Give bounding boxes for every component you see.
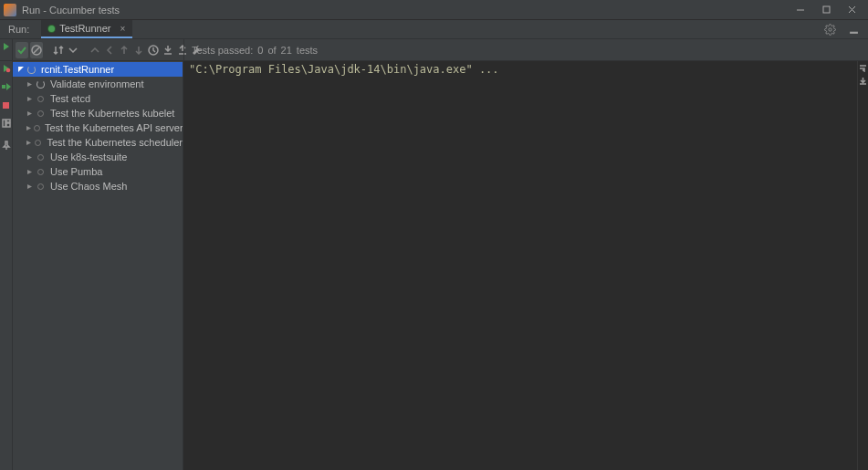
history-icon[interactable]: [147, 42, 160, 58]
expand-arrow-icon[interactable]: [26, 110, 34, 118]
run-bar: Run: TestRunner ×: [0, 20, 868, 39]
prev-button[interactable]: [103, 42, 116, 58]
soft-wrap-icon[interactable]: [859, 63, 867, 71]
pending-status-icon: [36, 94, 46, 104]
close-button[interactable]: [839, 2, 864, 18]
tree-item-label: Test the Kubernetes kubelet: [50, 108, 174, 119]
tree-item-label: Validate environment: [50, 78, 144, 89]
pending-status-icon: [36, 182, 46, 192]
left-inline-gutter: [0, 39, 13, 60]
expand-arrow-icon[interactable]: [26, 95, 34, 103]
svg-point-8: [5, 68, 10, 73]
down-button[interactable]: [132, 42, 145, 58]
tests-suffix: tests: [297, 45, 318, 56]
tests-of: of: [267, 45, 276, 56]
tree-root-row[interactable]: rcnit.TestRunner: [13, 62, 183, 77]
gear-icon[interactable]: [822, 22, 837, 37]
pending-status-icon: [36, 167, 46, 177]
svg-rect-10: [3, 102, 9, 109]
expand-arrow-icon[interactable]: [26, 139, 32, 147]
maximize-button[interactable]: [813, 2, 839, 18]
tree-item-label: Use Chaos Mesh: [50, 181, 127, 192]
scrollbar-gutter: [857, 61, 868, 470]
run-bar-right: [822, 22, 864, 37]
svg-rect-13: [6, 123, 10, 127]
tree-item[interactable]: Validate environment: [13, 77, 183, 91]
svg-rect-1: [823, 6, 830, 13]
rerun-icon[interactable]: [2, 42, 11, 51]
tree-item[interactable]: Use Pumba: [13, 164, 183, 179]
toolbar-row: Tests passed: 0 of 21 tests: [0, 39, 868, 61]
console-header: Tests passed: 0 of 21 tests: [183, 39, 868, 60]
pending-status-icon: [34, 123, 40, 133]
tab-close-icon[interactable]: ×: [120, 24, 126, 34]
tree-item[interactable]: Test etcd: [13, 91, 183, 106]
layout-icon[interactable]: [2, 119, 11, 128]
left-gutter: [0, 61, 13, 470]
show-ignored-button[interactable]: [30, 42, 43, 58]
window-title: Run - Cucumber tests: [22, 5, 788, 16]
expand-arrow-icon[interactable]: [26, 124, 32, 132]
app-icon: [4, 4, 16, 16]
tree-root-label: rcnit.TestRunner: [41, 64, 114, 75]
main-area: rcnit.TestRunner Validate environmentTes…: [0, 61, 868, 470]
svg-line-6: [34, 47, 39, 53]
tree-item-label: Use Pumba: [50, 166, 102, 177]
sort-button[interactable]: [52, 42, 65, 58]
window-controls: [788, 2, 864, 18]
tree-item[interactable]: Use Chaos Mesh: [13, 179, 183, 193]
tests-passed-prefix: Tests passed:: [192, 45, 253, 56]
scroll-to-end-icon[interactable]: [859, 76, 867, 84]
test-toolbar: [13, 39, 183, 60]
running-spinner-icon: [36, 79, 46, 89]
collapse-all-button[interactable]: [89, 42, 101, 58]
tree-item[interactable]: Test the Kubernetes API server: [13, 120, 183, 135]
tests-total: 21: [281, 45, 292, 56]
tree-item[interactable]: Use k8s-testsuite: [13, 150, 183, 164]
test-tree[interactable]: rcnit.TestRunner Validate environmentTes…: [13, 61, 183, 470]
console-line: "C:\Program Files\Java\jdk-14\bin\java.e…: [183, 61, 868, 78]
tree-item[interactable]: Test the Kubernetes scheduler: [13, 135, 183, 150]
up-button[interactable]: [118, 42, 131, 58]
tree-item-label: Test etcd: [50, 93, 90, 104]
hide-icon[interactable]: [846, 22, 861, 37]
toggle-auto-test-icon[interactable]: [2, 82, 11, 91]
import-icon[interactable]: [162, 42, 174, 58]
minimize-button[interactable]: [788, 2, 813, 18]
tests-passed-count: 0: [257, 45, 263, 56]
expand-arrow-icon[interactable]: [26, 153, 34, 162]
tree-item-label: Test the Kubernetes API server: [45, 122, 183, 133]
tab-label: TestRunner: [59, 23, 110, 34]
expand-arrow-icon[interactable]: [26, 168, 34, 176]
tree-item-label: Use k8s-testsuite: [50, 151, 127, 162]
pending-status-icon: [34, 138, 42, 148]
pending-status-icon: [36, 152, 46, 162]
expand-all-button[interactable]: [67, 42, 79, 58]
console-body[interactable]: "C:\Program Files\Java\jdk-14\bin\java.e…: [183, 61, 868, 470]
title-bar: Run - Cucumber tests: [0, 0, 868, 20]
svg-rect-9: [2, 85, 5, 89]
running-spinner-icon: [26, 65, 37, 75]
expand-arrow-icon[interactable]: [26, 183, 34, 191]
tree-item[interactable]: Test the Kubernetes kubelet: [13, 106, 183, 120]
pin-icon[interactable]: [2, 141, 11, 150]
expand-arrow-icon[interactable]: [26, 80, 34, 89]
run-status-icon: [48, 26, 55, 32]
svg-rect-4: [850, 31, 858, 33]
stop-icon[interactable]: [2, 100, 11, 110]
pending-status-icon: [36, 109, 46, 119]
svg-rect-12: [6, 120, 10, 122]
rerun-failed-icon[interactable]: [2, 64, 11, 73]
tab-testrunner[interactable]: TestRunner ×: [41, 20, 132, 38]
tree-item-label: Test the Kubernetes scheduler: [47, 137, 183, 148]
expand-arrow-icon[interactable]: [16, 66, 25, 74]
show-passed-button[interactable]: [16, 42, 28, 58]
run-label: Run:: [4, 21, 34, 37]
svg-rect-11: [3, 120, 5, 127]
right-controls: [857, 61, 868, 84]
